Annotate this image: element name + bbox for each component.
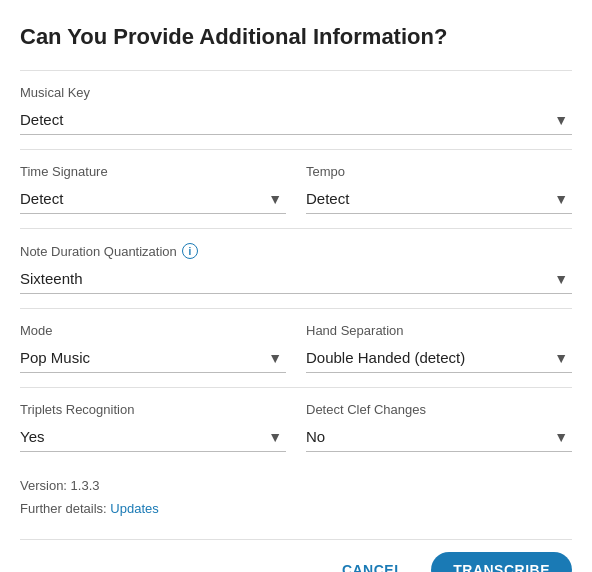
tempo-label: Tempo	[306, 164, 572, 179]
dialog-title: Can You Provide Additional Information?	[20, 24, 572, 50]
further-details-label: Further details:	[20, 501, 110, 516]
note-duration-info-icon[interactable]: i	[182, 243, 198, 259]
tempo-group: Tempo Detect 60 80 100 120 140 160 ▼	[306, 164, 572, 214]
note-duration-select-wrapper: Sixteenth Eighth Quarter Half Whole ▼	[20, 264, 572, 294]
divider-1	[20, 149, 572, 150]
hand-separation-group: Hand Separation Double Handed (detect) S…	[306, 323, 572, 373]
divider-3	[20, 308, 572, 309]
divider-2	[20, 228, 572, 229]
triplets-group: Triplets Recognition Yes No ▼	[20, 402, 286, 452]
divider-top	[20, 70, 572, 71]
triplets-select-wrapper: Yes No ▼	[20, 422, 286, 452]
note-duration-group: Note Duration Quantization i Sixteenth E…	[20, 243, 572, 294]
musical-key-group: Musical Key Detect C Major G Major D Maj…	[20, 85, 572, 135]
updates-link[interactable]: Updates	[110, 501, 158, 516]
musical-key-select-wrapper: Detect C Major G Major D Major A Major E…	[20, 105, 572, 135]
further-details-row: Further details: Updates	[20, 497, 572, 520]
note-duration-label: Note Duration Quantization i	[20, 243, 572, 259]
time-signature-select[interactable]: Detect 4/4 3/4 6/8 2/4 5/4	[20, 184, 286, 214]
version-text: Version: 1.3.3	[20, 474, 572, 497]
hand-separation-select[interactable]: Double Handed (detect) Single Hand Left …	[306, 343, 572, 373]
note-duration-select[interactable]: Sixteenth Eighth Quarter Half Whole	[20, 264, 572, 294]
hand-separation-label: Hand Separation	[306, 323, 572, 338]
transcribe-button[interactable]: TRANSCRIBE	[431, 552, 572, 572]
version-info: Version: 1.3.3 Further details: Updates	[20, 474, 572, 521]
cancel-button[interactable]: CANCEL	[330, 554, 415, 572]
detect-clef-select-wrapper: No Yes ▼	[306, 422, 572, 452]
hand-separation-select-wrapper: Double Handed (detect) Single Hand Left …	[306, 343, 572, 373]
detect-clef-select[interactable]: No Yes	[306, 422, 572, 452]
triplets-clef-row: Triplets Recognition Yes No ▼ Detect Cle…	[20, 402, 572, 466]
triplets-label: Triplets Recognition	[20, 402, 286, 417]
triplets-select[interactable]: Yes No	[20, 422, 286, 452]
time-tempo-row: Time Signature Detect 4/4 3/4 6/8 2/4 5/…	[20, 164, 572, 228]
mode-select-wrapper: Pop Music Classical Jazz Rock ▼	[20, 343, 286, 373]
divider-4	[20, 387, 572, 388]
time-signature-group: Time Signature Detect 4/4 3/4 6/8 2/4 5/…	[20, 164, 286, 214]
mode-select[interactable]: Pop Music Classical Jazz Rock	[20, 343, 286, 373]
time-signature-label: Time Signature	[20, 164, 286, 179]
time-signature-select-wrapper: Detect 4/4 3/4 6/8 2/4 5/4 ▼	[20, 184, 286, 214]
dialog-footer: CANCEL TRANSCRIBE	[20, 539, 572, 572]
mode-group: Mode Pop Music Classical Jazz Rock ▼	[20, 323, 286, 373]
mode-hand-row: Mode Pop Music Classical Jazz Rock ▼ Han…	[20, 323, 572, 387]
mode-label: Mode	[20, 323, 286, 338]
detect-clef-group: Detect Clef Changes No Yes ▼	[306, 402, 572, 452]
musical-key-label: Musical Key	[20, 85, 572, 100]
tempo-select-wrapper: Detect 60 80 100 120 140 160 ▼	[306, 184, 572, 214]
musical-key-select[interactable]: Detect C Major G Major D Major A Major E…	[20, 105, 572, 135]
tempo-select[interactable]: Detect 60 80 100 120 140 160	[306, 184, 572, 214]
detect-clef-label: Detect Clef Changes	[306, 402, 572, 417]
dialog-container: Can You Provide Additional Information? …	[0, 0, 592, 572]
